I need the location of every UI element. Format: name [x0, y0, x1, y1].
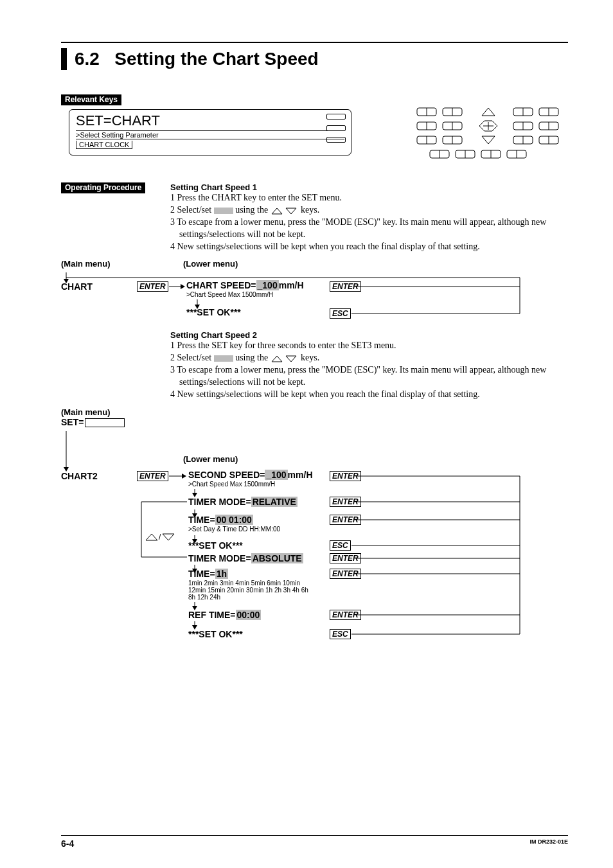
proc2-title: Setting Chart Speed 2: [170, 330, 568, 340]
proc2-step: 1 Press the SET key for three seconds to…: [170, 340, 568, 352]
proc1-step: 2 Select/set using the keys.: [170, 204, 568, 217]
proc1-step: 1 Press the CHART key to enter the SET m…: [170, 192, 568, 204]
esc-key: ESC: [330, 540, 351, 551]
flow1-chart-speed: CHART SPEED=_100mm/H: [186, 280, 304, 290]
keypad-illustration: [414, 104, 568, 168]
enter-key: ENTER: [330, 281, 361, 292]
lcd-display: SET=CHART >Select Setting Parameter CHAR…: [69, 109, 351, 155]
flow2-time2-hint: 12min 15min 20min 30min 1h 2h 3h 4h 6h: [188, 587, 308, 594]
flow2-time-abs: TIME=1h: [188, 569, 228, 579]
proc2-step: 4 New settings/selections will be kept w…: [170, 389, 568, 401]
enter-key: ENTER: [330, 610, 361, 620]
flow2-setok1: ***SET OK***: [188, 540, 243, 551]
svg-marker-37: [181, 284, 185, 289]
shaded-placeholder-icon: [214, 355, 233, 362]
enter-key: ENTER: [330, 471, 361, 481]
main-menu-label: (Main menu): [61, 407, 568, 417]
lcd-side-button: [326, 125, 346, 131]
lcd-side-button: [326, 137, 346, 143]
lcd-side-button: [326, 114, 346, 120]
flow2-main-item: CHART2: [61, 471, 138, 481]
lower-menu-label: (Lower menu): [183, 259, 238, 269]
flow2-time2-hint: 1min 2min 3min 4min 5min 6min 10min: [188, 580, 308, 587]
flow1-hint: >Chart Speed Max 1500mm/H: [186, 291, 304, 298]
section-number: 6.2: [75, 49, 100, 69]
flow2-setok2: ***SET OK***: [188, 629, 243, 639]
svg-marker-48: [182, 474, 186, 479]
up-down-keys-icon: [271, 207, 299, 215]
proc1-step: 4 New settings/selections will be kept w…: [170, 241, 568, 253]
flow2-time-hint: >Set Day & Time DD HH:MM:00: [188, 526, 280, 533]
up-down-keys-icon: /: [145, 533, 177, 542]
proc2-step: 2 Select/set using the keys.: [170, 352, 568, 364]
up-down-keys-icon: [271, 355, 299, 362]
flow2-second-speed: SECOND SPEED=_100mm/H: [188, 470, 313, 480]
footer-doc: IM DR232-01E: [529, 838, 568, 849]
main-menu-label: (Main menu): [61, 259, 183, 269]
svg-text:/: /: [159, 533, 161, 542]
lcd-line1: SET=CHART: [76, 112, 344, 131]
enter-key: ENTER: [137, 471, 168, 481]
flow2-timer-absolute: TIMER MODE=ABSOLUTE: [188, 553, 303, 563]
shaded-placeholder-icon: [214, 208, 233, 214]
esc-key: ESC: [330, 308, 351, 319]
flow2-ref-time: REF TIME=00:00: [188, 610, 261, 620]
flow1-setok: ***SET OK***: [186, 307, 241, 317]
proc2-step: 3 To escape from a lower menu, press the…: [170, 364, 568, 389]
enter-key: ENTER: [330, 497, 361, 507]
footer-page: 6-4: [61, 838, 74, 849]
lcd-line2: >Select Setting Parameter: [76, 131, 344, 139]
lower-menu-label: (Lower menu): [183, 454, 238, 464]
flow1-main-item: CHART: [61, 281, 93, 292]
lcd-line3: CHART CLOCK: [76, 141, 132, 149]
flow2-time-rel: TIME=00 01:00: [188, 515, 253, 525]
flow2-set-eq: SET=: [61, 417, 568, 427]
relevant-keys-label: Relevant Keys: [61, 94, 121, 105]
operating-procedure-label: Operating Procedure: [61, 182, 145, 193]
flow2-second-hint: >Chart Speed Max 1500mm/H: [188, 481, 313, 488]
proc1-step: 3 To escape from a lower menu, press the…: [170, 217, 568, 241]
flow2-timer-relative: TIMER MODE=RELATIVE: [188, 497, 298, 507]
esc-key: ESC: [330, 629, 351, 639]
page-title: 6.2 Setting the Chart Speed: [61, 48, 568, 70]
enter-key: ENTER: [330, 515, 361, 525]
flow1-arrows: [61, 272, 569, 321]
section-title: Setting the Chart Speed: [114, 49, 318, 69]
flow2-arrows: [61, 431, 569, 650]
enter-key: ENTER: [330, 569, 361, 579]
enter-key: ENTER: [137, 281, 168, 292]
flow2-time2-hint: 8h 12h 24h: [188, 594, 308, 601]
enter-key: ENTER: [330, 553, 361, 563]
proc1-title: Setting Chart Speed 1: [170, 182, 568, 192]
